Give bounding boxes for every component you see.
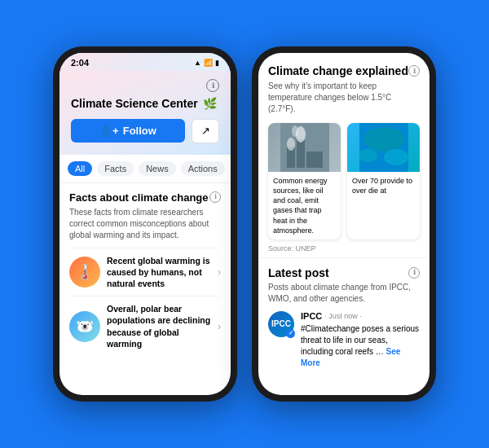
news-card-2[interactable]: Over 70 provide to over die at — [347, 123, 420, 239]
post-author: IPCC — [301, 311, 322, 321]
fact-item-1[interactable]: 🌡️ Recent global warming is caused by hu… — [69, 248, 221, 296]
latest-post-title: Latest post ℹ — [268, 266, 420, 279]
latest-post-desc: Posts about climate change from IPCC, WM… — [268, 282, 420, 305]
post-text: #Climatechange poses a serious threat to… — [301, 323, 420, 369]
facts-info-icon[interactable]: ℹ — [209, 191, 221, 203]
chevron-right-icon-1: › — [218, 266, 221, 278]
person-plus-icon: 👤+ — [99, 125, 119, 137]
status-time: 2:04 — [71, 58, 89, 68]
follow-share-row: 👤+ Follow ↗ — [71, 119, 219, 143]
svg-point-10 — [384, 149, 408, 165]
status-bar: 2:04 ▲ 📶 ▮ — [59, 53, 231, 71]
fact-item-2[interactable]: 🐻‍❄️ Overall, polar bear populations are… — [69, 296, 221, 356]
source-line: Source: UNEP — [258, 239, 430, 258]
latest-post-info-icon[interactable]: ℹ — [408, 267, 420, 279]
fact-icon-thermometer: 🌡️ — [69, 257, 100, 288]
fact-text-2: Overall, polar bear populations are decl… — [107, 303, 211, 349]
climate-explained-info-icon[interactable]: ℹ — [408, 65, 420, 77]
page-title: Climate Science Center — [71, 97, 198, 111]
left-phone: 2:04 ▲ 📶 ▮ ℹ Climate Science Center 🌿 — [53, 46, 237, 402]
right-phone: Climate change explained ℹ See why it's … — [252, 46, 436, 402]
fact-text-1: Recent global warming is caused by human… — [107, 255, 211, 290]
facts-section-desc: These facts from climate researchers cor… — [69, 207, 221, 241]
facts-section: Facts about climate change ℹ These facts… — [59, 183, 231, 361]
fact-icon-polarbear: 🐻‍❄️ — [69, 311, 100, 342]
post-time: · Just now · — [324, 312, 362, 320]
tab-facts[interactable]: Facts — [97, 161, 134, 176]
header-info-icon[interactable]: ℹ — [206, 79, 219, 92]
svg-point-6 — [292, 125, 298, 137]
tabs-row: All Facts News Actions — [59, 155, 231, 183]
svg-rect-2 — [297, 139, 305, 168]
svg-rect-3 — [306, 152, 323, 168]
climate-explained-section: Climate change explained ℹ See why it's … — [258, 53, 430, 239]
share-button[interactable]: ↗ — [192, 119, 219, 143]
post-row: IPCC ✓ IPCC · Just now · #Climatechange … — [268, 311, 420, 369]
battery-icon: ▮ — [215, 59, 219, 67]
news-cards: Common energy sources, like oil and coal… — [268, 123, 420, 239]
page-header: ℹ Climate Science Center 🌿 👤+ Follow ↗ — [59, 71, 231, 155]
tab-actions[interactable]: Actions — [181, 161, 225, 176]
wifi-icon: 📶 — [204, 59, 213, 67]
factory-image — [268, 123, 341, 172]
post-content: IPCC · Just now · #Climatechange poses a… — [301, 311, 420, 369]
right-phone-screen: Climate change explained ℹ See why it's … — [258, 53, 430, 395]
status-icons: ▲ 📶 ▮ — [194, 59, 219, 67]
post-avatar: IPCC ✓ — [268, 311, 294, 337]
verified-badge: ✓ — [286, 329, 295, 338]
follow-button[interactable]: 👤+ Follow — [71, 119, 185, 143]
news-card-1-text: Common energy sources, like oil and coal… — [268, 172, 341, 239]
page-title-row: Climate Science Center 🌿 — [71, 97, 217, 111]
latest-post-section: Latest post ℹ Posts about climate change… — [258, 258, 430, 369]
climate-explained-title: Climate change explained ℹ — [268, 64, 420, 77]
facts-section-title: Facts about climate change — [69, 191, 209, 204]
post-author-row: IPCC · Just now · — [301, 311, 420, 321]
svg-point-8 — [363, 127, 404, 152]
tab-news[interactable]: News — [139, 161, 176, 176]
page-emoji: 🌿 — [203, 97, 217, 110]
svg-point-4 — [287, 138, 295, 151]
climate-explained-desc: See why it's important to keep temperatu… — [268, 81, 420, 115]
facts-section-header: Facts about climate change ℹ — [69, 191, 221, 204]
ocean-image — [347, 123, 420, 172]
chevron-right-icon-2: › — [218, 321, 221, 332]
news-card-1[interactable]: Common energy sources, like oil and coal… — [268, 123, 341, 239]
phones-container: 2:04 ▲ 📶 ▮ ℹ Climate Science Center 🌿 — [53, 46, 436, 402]
signal-icon: ▲ — [194, 59, 201, 67]
share-icon: ↗ — [201, 125, 210, 137]
tab-all[interactable]: All — [68, 161, 92, 176]
news-card-2-text: Over 70 provide to over die at — [347, 172, 420, 200]
left-phone-screen: 2:04 ▲ 📶 ▮ ℹ Climate Science Center 🌿 — [59, 53, 231, 395]
